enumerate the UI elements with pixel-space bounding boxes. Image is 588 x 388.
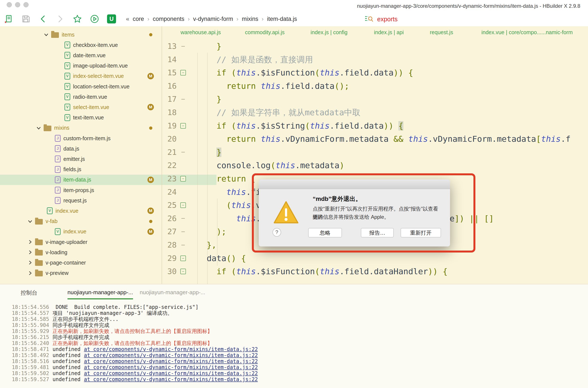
console-line: 18:15:59.502undefinedat core/components/…: [12, 370, 258, 376]
help-button[interactable]: ?: [272, 228, 281, 237]
fold-gutter: [179, 93, 187, 106]
breadcrumb-item[interactable]: v-dynamic-form: [193, 16, 233, 22]
tree-item-v-loading[interactable]: v-loading: [0, 247, 188, 257]
dialog-title-bar: [259, 179, 450, 189]
fold-gutter: [179, 225, 187, 238]
new-file-icon[interactable]: [4, 14, 13, 24]
log-timestamp: 18:15:59.502: [12, 370, 49, 376]
forward-icon[interactable]: [55, 14, 65, 24]
tree-item-label: v-preview: [45, 270, 68, 276]
fold-marker-icon[interactable]: −: [179, 119, 187, 132]
chevron-right-icon: ›: [262, 16, 264, 22]
code-text: }: [187, 93, 221, 106]
code-text: },: [187, 238, 216, 252]
fold-marker-icon[interactable]: −: [179, 252, 187, 265]
window-minimize-button[interactable]: [15, 2, 20, 7]
fold-marker-icon[interactable]: −: [179, 265, 187, 278]
console-source-link[interactable]: at core/components/v-dynamic-form/mixins…: [84, 376, 258, 382]
console-source-link[interactable]: at core/components/v-dynamic-form/mixins…: [84, 346, 258, 352]
chevron-right-icon[interactable]: [27, 270, 33, 276]
log-message: 同步手机端程序文件完成: [52, 334, 109, 340]
file-tree[interactable]: itemsVcheckbox-item.vueVdate-item.vueVim…: [0, 26, 162, 284]
fold-gutter: [179, 185, 187, 199]
line-number: 26: [162, 212, 177, 225]
line-number: 20: [162, 132, 177, 146]
log-value: undefined: [52, 346, 80, 352]
console-tab[interactable]: nuojiayun-manager-app-...: [140, 289, 205, 296]
folder-icon: [35, 240, 43, 245]
js-file-icon: J: [55, 155, 61, 162]
breadcrumb-item[interactable]: item-data.js: [267, 16, 297, 22]
vue-file-icon: V: [65, 42, 70, 48]
search-icon: [364, 14, 374, 24]
dialog-title: “mdb”意外退出。: [313, 195, 362, 203]
console-source-link[interactable]: at core/components/v-dynamic-form/mixins…: [84, 370, 258, 376]
log-timestamp: 18:15:54.585: [12, 316, 49, 322]
line-number: 25: [162, 198, 177, 212]
line-number: 17: [162, 93, 177, 106]
reopen-button[interactable]: 重新打开: [401, 228, 441, 238]
console-source-link[interactable]: at core/components/v-dynamic-form/mixins…: [84, 364, 258, 370]
editor-tab-2[interactable]: commodity.api.js: [245, 29, 285, 35]
report-button[interactable]: 报告…: [361, 228, 394, 238]
console-source-link[interactable]: at core/components/v-dynamic-form/mixins…: [84, 352, 258, 358]
tree-item-label: v-image-uploader: [45, 239, 88, 245]
chevron-down-icon[interactable]: [35, 125, 42, 131]
tree-item-label: request.js: [63, 197, 87, 204]
tree-item-label: checkbox-item.vue: [73, 42, 118, 48]
tree-item-v-preview[interactable]: v-preview: [0, 268, 188, 278]
editor-tab-5[interactable]: request.js: [430, 29, 453, 35]
breadcrumb-collapse-icon[interactable]: «: [126, 16, 129, 22]
fold-marker-icon[interactable]: −: [179, 198, 187, 212]
chevron-right-icon[interactable]: [27, 259, 33, 266]
breadcrumb-item[interactable]: core: [133, 16, 144, 22]
hbuilderx-window: { "window": { "title": "nuojiayun-manage…: [0, 0, 588, 388]
search-input[interactable]: exports: [377, 16, 398, 23]
chevron-right-icon[interactable]: [27, 249, 33, 256]
chevron-down-icon[interactable]: [43, 31, 49, 38]
window-close-button[interactable]: [7, 2, 12, 7]
line-number: 18: [162, 106, 177, 119]
tree-item-v-fab[interactable]: v-fab: [0, 216, 188, 226]
git-modified-dot: [149, 33, 152, 36]
uniapp-logo-icon: U: [107, 14, 116, 24]
editor-tab-4[interactable]: index.js | api: [374, 29, 404, 35]
console-tab-active[interactable]: nuojiayun-manager-app-...: [68, 289, 133, 299]
git-modified-badge: M: [147, 177, 154, 183]
git-modified-badge: M: [147, 208, 154, 214]
code-line-20: 20return this.vDynamicForm.metadata && t…: [162, 132, 588, 146]
search-field[interactable]: exports: [364, 14, 398, 24]
console-source-link[interactable]: at core/components/v-dynamic-form/mixins…: [84, 358, 258, 364]
run-icon[interactable]: [90, 14, 99, 24]
code-text: // 如果是字符串，就从metadata中取: [187, 106, 361, 119]
console-line: 18:15:58.516undefinedat core/components/…: [12, 358, 258, 364]
save-icon[interactable]: [21, 14, 30, 24]
tree-item-label: index.vue: [55, 208, 78, 214]
chevron-right-icon[interactable]: [27, 239, 33, 245]
breadcrumb-item[interactable]: mixins: [242, 16, 258, 22]
tree-item-v-page-container[interactable]: v-page-container: [0, 257, 188, 268]
code-editor[interactable]: 13}14// 如果是函数，直接调用15−if (this.$isFunctio…: [162, 40, 588, 284]
ignore-button[interactable]: 忽略: [308, 228, 342, 238]
fold-gutter: [179, 40, 187, 53]
editor-tab-bar: warehouse.api.jscommodity.api.jsindex.js…: [162, 26, 588, 40]
editor-tab-6[interactable]: index.vue | core/compo......namic-form: [481, 29, 573, 35]
editor-tab-1[interactable]: warehouse.api.js: [181, 29, 221, 35]
chevron-down-icon[interactable]: [27, 218, 33, 224]
log-value: undefined: [52, 358, 80, 364]
console-tab[interactable]: 控制台: [21, 289, 37, 297]
window-title: nuojiayun-manager-app-3/core/components/…: [357, 3, 580, 9]
line-number: 23: [162, 172, 177, 185]
editor-tab-3[interactable]: index.js | config: [311, 29, 347, 35]
tree-item-v-image-uploader[interactable]: v-image-uploader: [0, 237, 188, 247]
code-text: data() {: [187, 252, 246, 265]
back-icon[interactable]: [38, 14, 48, 24]
breadcrumb-item[interactable]: components: [153, 16, 184, 22]
code-text: if (this.$isFunction(this.field.data)) {: [187, 66, 413, 79]
log-message: 同步手机端程序文件完成: [52, 322, 109, 328]
favorite-star-icon[interactable]: [73, 14, 82, 24]
fold-marker-icon[interactable]: −: [179, 172, 187, 185]
fold-marker-icon[interactable]: −: [179, 66, 187, 79]
log-error-message: 正在热刷新，如刷新失败，请点击控制台工具栏上的【重启应用图标】: [52, 340, 212, 346]
window-zoom-button[interactable]: [23, 2, 29, 7]
